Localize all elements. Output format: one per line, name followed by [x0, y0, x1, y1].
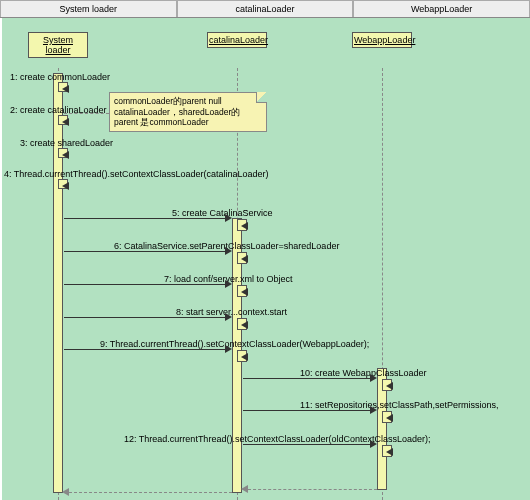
- tab-system-loader[interactable]: System loader: [0, 0, 177, 17]
- arrow: [241, 485, 248, 493]
- arrow: [386, 448, 393, 456]
- arrow: [241, 288, 248, 296]
- return-arrow: [64, 492, 232, 493]
- arrow-line: [64, 349, 230, 350]
- arrow: [225, 280, 232, 288]
- message-3-label: 3: create sharedLoader: [20, 138, 113, 148]
- arrow: [370, 406, 377, 414]
- arrow-line: [243, 410, 375, 411]
- arrow: [62, 85, 69, 93]
- arrow: [225, 345, 232, 353]
- arrow-line: [64, 317, 230, 318]
- message-10-label: 10: create WebappClassLoader: [300, 368, 426, 378]
- message-12-label: 12: Thread.currentThread().setContextCla…: [124, 434, 431, 444]
- message-1-label: 1: create commonLoader: [10, 72, 110, 82]
- arrow: [370, 374, 377, 382]
- arrow: [62, 118, 69, 126]
- arrow-line: [64, 284, 230, 285]
- message-2-label: 2: create catalinaLoader: [10, 105, 107, 115]
- participant-system-loader: System loader: [28, 32, 88, 58]
- arrow: [62, 151, 69, 159]
- message-4-label: 4: Thread.currentThread().setContextClas…: [4, 169, 268, 179]
- note-loader-hierarchy: commonLoader的parent null catalinaLoader，…: [109, 92, 267, 132]
- participant-catalina-loader: catalinaLoader: [207, 32, 267, 48]
- note-line: parent 是commonLoader: [114, 117, 262, 128]
- participant-webapp-loader: WebappLoader: [352, 32, 412, 48]
- arrow: [386, 382, 393, 390]
- arrow: [241, 222, 248, 230]
- arrow: [225, 214, 232, 222]
- note-line: catalinaLoader，sharedLoader的: [114, 107, 262, 118]
- arrow-line: [64, 251, 230, 252]
- tab-webapp-loader[interactable]: WebappLoader: [353, 0, 530, 17]
- tab-catalina-loader[interactable]: catalinaLoader: [177, 0, 354, 17]
- sequence-diagram-canvas: System loader catalinaLoader WebappLoade…: [2, 18, 530, 500]
- note-line: commonLoader的parent null: [114, 96, 262, 107]
- activation-system-loader: [53, 73, 63, 493]
- arrow-line: [243, 444, 375, 445]
- message-9-label: 9: Thread.currentThread().setContextClas…: [100, 339, 369, 349]
- arrow: [386, 414, 393, 422]
- arrow-line: [64, 218, 230, 219]
- arrow: [62, 488, 69, 496]
- arrow: [241, 255, 248, 263]
- arrow: [225, 313, 232, 321]
- arrow: [241, 321, 248, 329]
- arrow: [225, 247, 232, 255]
- return-arrow: [243, 489, 377, 490]
- message-5-label: 5: create CatalinaService: [172, 208, 273, 218]
- arrow: [370, 440, 377, 448]
- arrow-line: [243, 378, 375, 379]
- tab-bar: System loader catalinaLoader WebappLoade…: [0, 0, 530, 18]
- arrow: [62, 182, 69, 190]
- message-11-label: 11: setRepositories,setClassPath,setPerm…: [300, 400, 499, 410]
- arrow: [241, 353, 248, 361]
